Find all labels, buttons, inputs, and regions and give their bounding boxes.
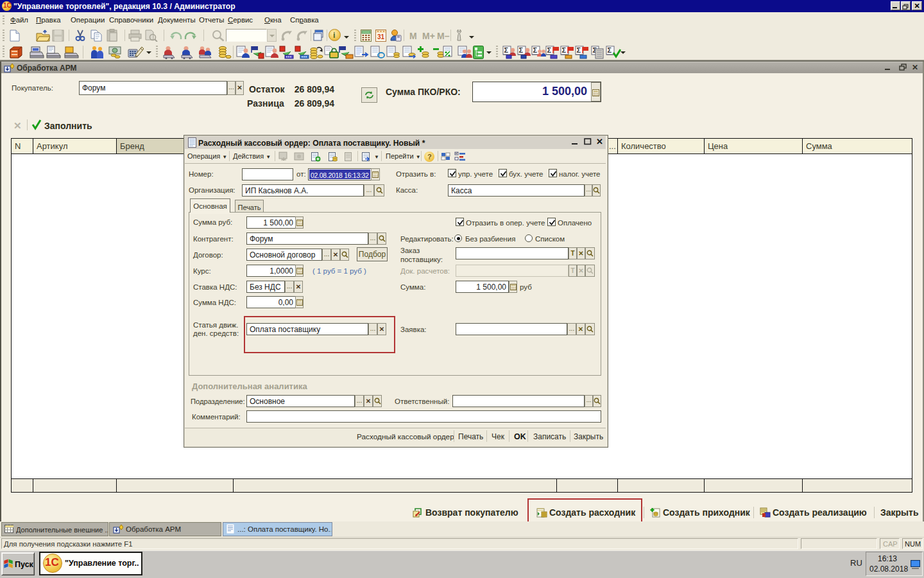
- svg-text:Σ: Σ: [577, 46, 581, 54]
- svg-text:Σ: Σ: [519, 46, 524, 54]
- svg-text:31: 31: [377, 33, 385, 40]
- svg-text:Σ: Σ: [608, 46, 612, 54]
- svg-text:Σ: Σ: [504, 46, 509, 54]
- svg-text:Σ: Σ: [547, 46, 552, 54]
- svg-text:Σ: Σ: [533, 46, 538, 54]
- svg-text:Σ: Σ: [562, 46, 567, 54]
